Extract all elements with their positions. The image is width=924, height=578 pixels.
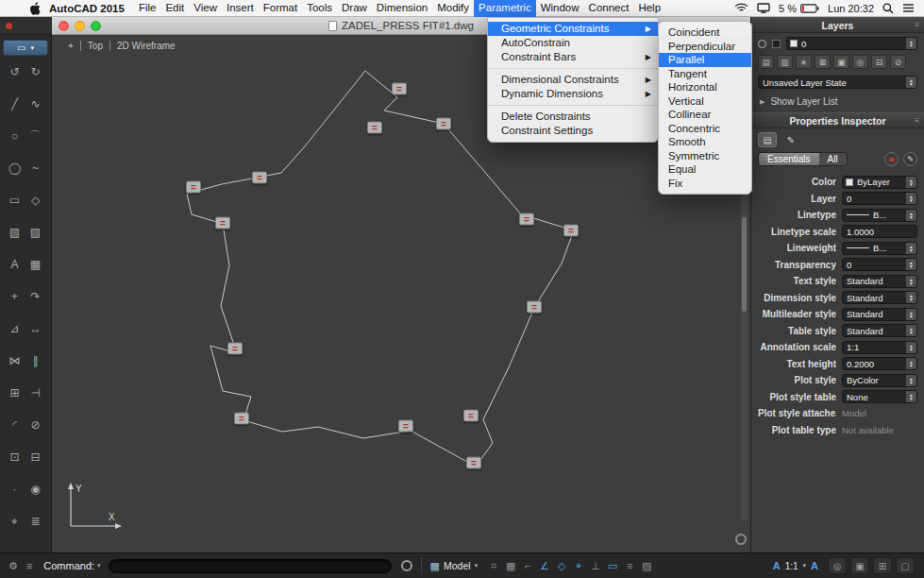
constraint-badge[interactable]: =: [527, 301, 542, 314]
line-icon[interactable]: ╱: [5, 95, 25, 112]
annotation-visibility-icon[interactable]: A: [773, 560, 781, 571]
isolate-layer-icon[interactable]: ◎: [852, 55, 868, 69]
submenu-item-horizontal[interactable]: Horizontal: [659, 80, 751, 94]
constraint-badge[interactable]: =: [436, 118, 451, 130]
new-layer-icon[interactable]: ▤: [758, 55, 774, 69]
menu-draw[interactable]: Draw: [337, 0, 372, 17]
styles-tab-icon[interactable]: ✎: [781, 132, 800, 147]
submenu-item-smooth[interactable]: Smooth: [659, 135, 751, 149]
merge-layers-icon[interactable]: ⊟: [871, 55, 887, 69]
dynamic-input-icon[interactable]: ▭: [604, 560, 621, 572]
rectangle-icon[interactable]: ▭: [5, 192, 25, 209]
pencil-icon[interactable]: ✎: [903, 152, 917, 166]
ortho-mode-icon[interactable]: ⌐: [519, 560, 536, 571]
lock-layer-icon[interactable]: ⊠: [815, 55, 831, 69]
prop-transparency-control[interactable]: 0▴▾: [842, 258, 917, 271]
submenu-item-vertical[interactable]: Vertical: [659, 94, 751, 109]
menu-item-constraint-settings[interactable]: Constraint Settings: [488, 124, 658, 138]
viewport-view-button[interactable]: Top: [80, 41, 109, 51]
notification-center-icon[interactable]: [902, 3, 915, 13]
spline-icon[interactable]: ~: [25, 160, 45, 177]
menu-item-constraint-bars[interactable]: Constraint Bars▶: [488, 50, 658, 64]
offset-icon[interactable]: ∥: [25, 352, 45, 369]
undo-icon[interactable]: ↺: [5, 63, 25, 80]
show-layer-list-toggle[interactable]: ▶ Show Layer List: [751, 93, 924, 112]
submenu-item-tangent[interactable]: Tangent: [659, 67, 751, 81]
submenu-item-collinear[interactable]: Collinear: [659, 108, 751, 122]
tab-essentials[interactable]: Essentials: [759, 153, 819, 165]
constraint-badge[interactable]: =: [463, 410, 479, 422]
constraint-badge[interactable]: =: [234, 413, 249, 425]
ellipse-icon[interactable]: ◯: [5, 160, 25, 177]
settings-gear-icon[interactable]: ⚙: [8, 560, 18, 572]
menu-format[interactable]: Format: [259, 0, 302, 17]
selection-tool-button[interactable]: ▭ ▾: [3, 40, 48, 56]
tab-all[interactable]: All: [819, 153, 847, 165]
object-snap-tracking-icon[interactable]: ⌖: [570, 560, 587, 572]
app-name[interactable]: AutoCAD 2015: [49, 3, 125, 14]
current-layer-dropdown[interactable]: 0 ▴▾: [786, 37, 917, 50]
chevron-down-icon[interactable]: ▾: [803, 562, 807, 570]
layer-color-icon[interactable]: ▣: [833, 55, 849, 69]
object-snap-icon[interactable]: ◇: [553, 560, 570, 572]
properties-tab-icon[interactable]: ▤: [758, 132, 777, 147]
block-icon[interactable]: ⊡: [5, 449, 25, 466]
submenu-item-coincident[interactable]: Coincident: [659, 26, 751, 40]
prop-color-control[interactable]: ByLayer▴▾: [842, 176, 917, 189]
menu-view[interactable]: View: [189, 0, 222, 17]
eyedropper-icon[interactable]: ◉: [884, 152, 899, 166]
command-input[interactable]: [109, 559, 392, 573]
constraint-badge[interactable]: =: [252, 172, 267, 184]
annotation-scale-value[interactable]: 1:1: [785, 561, 798, 571]
menu-item-geometric-constraints[interactable]: Geometric Constraints▶: [488, 22, 658, 36]
hardware-acceleration-icon[interactable]: ▣: [850, 557, 869, 574]
point-icon[interactable]: ∙: [5, 481, 25, 498]
command-history-arrow-icon[interactable]: ▾: [97, 562, 101, 570]
move-icon[interactable]: +: [5, 288, 25, 305]
transparency-display-icon[interactable]: ▨: [638, 560, 655, 572]
menu-insert[interactable]: Insert: [222, 0, 259, 17]
prop-linetype-scale-control[interactable]: 1.0000: [842, 225, 917, 238]
battery-status[interactable]: 5 %: [779, 3, 819, 14]
layers-panel-header[interactable]: Layers ≡: [751, 17, 924, 33]
constraint-badge[interactable]: =: [215, 217, 230, 230]
freeze-layer-icon[interactable]: ∗: [796, 55, 812, 69]
wifi-icon[interactable]: [734, 3, 748, 13]
properties-inspector-header[interactable]: Properties Inspector ≡: [751, 112, 924, 128]
menu-item-dimensional-constraints[interactable]: Dimensional Constraints▶: [488, 73, 658, 87]
polyline-icon[interactable]: ∿: [25, 95, 45, 112]
prop-multileader-style-control[interactable]: Standard▴▾: [842, 308, 917, 321]
array-icon[interactable]: ⊞: [5, 384, 25, 401]
submenu-item-fix[interactable]: Fix: [659, 177, 751, 191]
prop-plot-style-control[interactable]: ByColor▴▾: [842, 374, 917, 387]
delete-layer-icon[interactable]: ⊘: [890, 55, 906, 69]
constraint-badge[interactable]: =: [563, 225, 579, 237]
viewport-style-button[interactable]: 2D Wireframe: [109, 41, 182, 51]
menu-connect[interactable]: Connect: [584, 0, 634, 17]
submenu-item-equal[interactable]: Equal: [659, 162, 751, 177]
menu-window[interactable]: Window: [536, 0, 584, 17]
constraint-badge[interactable]: =: [186, 181, 201, 194]
fullscreen-icon[interactable]: ▢: [896, 557, 915, 574]
snap-mode-icon[interactable]: ⌗: [485, 560, 502, 572]
constraint-badge[interactable]: =: [466, 457, 481, 469]
navigation-icon[interactable]: [735, 534, 747, 545]
prop-plot-style-table-control[interactable]: None▴▾: [842, 390, 917, 403]
submenu-item-perpendicular[interactable]: Perpendicular: [659, 40, 751, 54]
annotation-autoscale-icon[interactable]: A: [811, 560, 818, 571]
prop-layer-control[interactable]: 0▴▾: [842, 192, 917, 205]
prop-text-height-control[interactable]: 0.2000▴▾: [842, 357, 917, 370]
fillet-icon[interactable]: ◜: [5, 416, 25, 434]
submenu-item-symmetric[interactable]: Symmetric: [659, 149, 751, 163]
panel-menu-icon[interactable]: ≡: [915, 116, 919, 125]
prop-lineweight-control[interactable]: B...▴▾: [842, 242, 917, 255]
model-space-dropdown[interactable]: ▦ Model ▾: [430, 560, 479, 572]
rotate-icon[interactable]: ↷: [25, 288, 45, 305]
menu-item-autoconstrain[interactable]: AutoConstrain: [488, 36, 658, 50]
constraint-badge[interactable]: =: [367, 122, 382, 134]
display-mirroring-icon[interactable]: [757, 3, 770, 13]
menu-tools[interactable]: Tools: [302, 0, 337, 17]
menu-parametric[interactable]: Parametric: [474, 0, 536, 17]
command-options-icon[interactable]: [401, 560, 412, 571]
arc-icon[interactable]: ⌒: [25, 128, 45, 144]
